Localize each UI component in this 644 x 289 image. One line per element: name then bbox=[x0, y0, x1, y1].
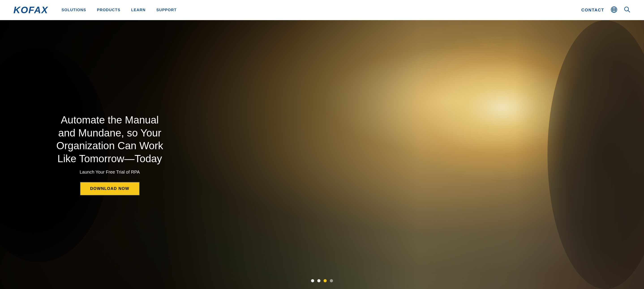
hero-section: Automate the Manual and Mundane, so Your… bbox=[0, 20, 644, 289]
carousel-dot-4[interactable] bbox=[330, 279, 333, 282]
nav-item-products[interactable]: PRODUCTS bbox=[97, 8, 120, 12]
carousel-dots bbox=[311, 279, 333, 282]
nav-right: CONTACT bbox=[581, 6, 630, 14]
logo[interactable]: KOFAX bbox=[14, 5, 48, 15]
nav-item-learn[interactable]: LEARN bbox=[131, 8, 146, 12]
hero-content: Automate the Manual and Mundane, so Your… bbox=[52, 114, 168, 196]
svg-point-3 bbox=[624, 7, 628, 11]
carousel-dot-3[interactable] bbox=[324, 279, 327, 282]
header: KOFAX SOLUTIONS PRODUCTS LEARN SUPPORT C… bbox=[0, 0, 644, 20]
nav-item-support[interactable]: SUPPORT bbox=[156, 8, 177, 12]
svg-line-4 bbox=[628, 10, 630, 12]
carousel-dot-1[interactable] bbox=[311, 279, 314, 282]
search-icon[interactable] bbox=[624, 6, 630, 14]
main-nav: SOLUTIONS PRODUCTS LEARN SUPPORT bbox=[62, 8, 581, 12]
contact-link[interactable]: CONTACT bbox=[581, 7, 604, 12]
logo-text: KOFAX bbox=[14, 5, 48, 15]
download-now-button[interactable]: DOWNLOAD NOW bbox=[80, 182, 140, 196]
carousel-dot-2[interactable] bbox=[317, 279, 320, 282]
hero-subtitle: Launch Your Free Trial of RPA bbox=[52, 170, 168, 175]
globe-icon[interactable] bbox=[610, 6, 618, 14]
nav-item-solutions[interactable]: SOLUTIONS bbox=[62, 8, 86, 12]
hero-title: Automate the Manual and Mundane, so Your… bbox=[52, 114, 168, 165]
